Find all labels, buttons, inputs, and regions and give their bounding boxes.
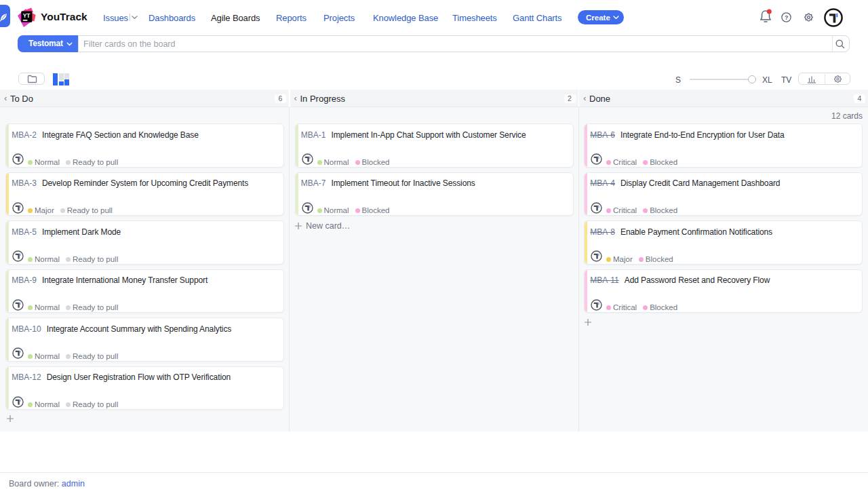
svg-text:?: ?: [785, 14, 789, 21]
svg-text:YT: YT: [23, 12, 31, 19]
